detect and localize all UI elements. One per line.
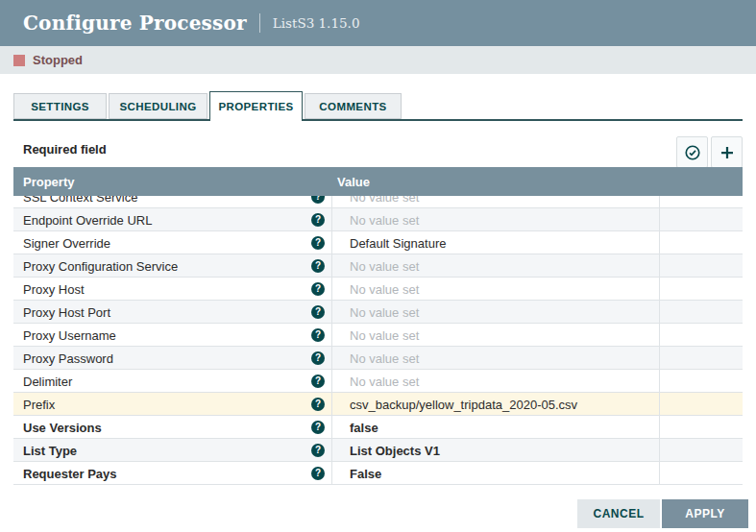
property-name: Use Versions: [23, 421, 102, 435]
dialog-titlebar: Configure Processor ListS3 1.15.0: [0, 0, 756, 46]
tab-scheduling[interactable]: SCHEDULING: [109, 93, 207, 119]
help-icon[interactable]: ?: [311, 351, 325, 365]
row-spacer-cell: [659, 196, 743, 208]
help-icon[interactable]: ?: [311, 259, 325, 273]
row-spacer-cell: [659, 439, 743, 462]
property-cell: Proxy Host Port ?: [13, 301, 331, 324]
value-cell[interactable]: No value set: [331, 370, 659, 393]
apply-button[interactable]: APPLY: [662, 499, 748, 528]
add-property-button[interactable]: [711, 136, 743, 168]
property-cell: Delimiter ?: [13, 370, 331, 393]
property-value: False: [350, 467, 381, 481]
table-row: Endpoint Override URL ? No value set: [13, 208, 743, 231]
property-name: Requester Pays: [23, 467, 117, 481]
property-value: No value set: [350, 196, 419, 205]
property-name: Proxy Configuration Service: [23, 259, 178, 274]
row-spacer-cell: [659, 416, 743, 439]
value-cell[interactable]: False: [331, 462, 659, 485]
value-cell[interactable]: Default Signature: [331, 231, 659, 254]
value-cell[interactable]: No value set: [331, 196, 659, 208]
table-row: Use Versions ? false: [13, 416, 743, 439]
processor-name-version: ListS3 1.15.0: [273, 15, 360, 31]
column-header-property: Property: [13, 175, 331, 189]
status-bar: Stopped: [0, 46, 756, 74]
property-value: No value set: [350, 351, 419, 366]
help-icon[interactable]: ?: [311, 398, 325, 411]
table-row: Signer Override ? Default Signature: [13, 231, 743, 254]
property-cell: Prefix ?: [13, 393, 331, 416]
property-cell: Signer Override ?: [13, 231, 331, 254]
tab-bar: SETTINGS SCHEDULING PROPERTIES COMMENTS: [13, 91, 743, 121]
property-cell: List Type ?: [13, 439, 331, 462]
help-icon[interactable]: ?: [311, 375, 325, 388]
value-cell[interactable]: No value set: [331, 301, 659, 324]
help-icon[interactable]: ?: [311, 421, 325, 434]
property-name: Signer Override: [23, 236, 110, 251]
property-name: List Type: [23, 444, 77, 458]
cancel-button[interactable]: CANCEL: [577, 499, 660, 528]
property-cell: Proxy Password ?: [13, 347, 331, 370]
circle-check-icon: [684, 144, 701, 161]
property-value: No value set: [350, 213, 419, 228]
property-value: false: [350, 421, 378, 435]
help-icon[interactable]: ?: [311, 328, 325, 342]
dialog-title: Configure Processor: [23, 12, 247, 35]
value-cell[interactable]: No value set: [331, 254, 659, 278]
help-icon[interactable]: ?: [311, 213, 325, 227]
property-name: Prefix: [23, 398, 55, 412]
row-spacer-cell: [659, 393, 743, 416]
help-icon[interactable]: ?: [311, 236, 325, 250]
property-name: Proxy Password: [23, 351, 113, 366]
row-spacer-cell: [659, 324, 743, 347]
configure-processor-dialog: Configure Processor ListS3 1.15.0 Stoppe…: [0, 0, 756, 532]
required-field-label: Required field: [23, 142, 107, 157]
help-icon[interactable]: ?: [311, 467, 325, 480]
row-spacer-cell: [659, 278, 743, 301]
value-cell[interactable]: false: [331, 416, 659, 439]
property-cell: Endpoint Override URL ?: [13, 208, 331, 231]
status-label: Stopped: [33, 53, 83, 67]
tab-settings[interactable]: SETTINGS: [13, 93, 107, 119]
table-row: SSL Context Service ? No value set: [13, 196, 743, 208]
property-cell: Proxy Username ?: [13, 324, 331, 347]
help-icon[interactable]: ?: [311, 444, 325, 457]
column-header-value: Value: [331, 175, 659, 189]
property-cell: Proxy Configuration Service ?: [13, 254, 331, 278]
property-cell: Proxy Host ?: [13, 278, 331, 301]
property-name: Proxy Username: [23, 328, 116, 343]
verify-properties-button[interactable]: [676, 136, 708, 168]
tab-comments[interactable]: COMMENTS: [305, 93, 402, 119]
table-row: List Type ? List Objects V1: [13, 439, 743, 462]
property-name: Proxy Host Port: [23, 305, 110, 320]
property-value: No value set: [350, 328, 419, 343]
property-value: No value set: [350, 282, 419, 297]
help-icon[interactable]: ?: [311, 282, 325, 296]
tab-properties[interactable]: PROPERTIES: [209, 91, 303, 121]
property-cell: Use Versions ?: [13, 416, 331, 439]
property-value: List Objects V1: [350, 444, 440, 458]
plus-icon: [719, 144, 736, 161]
row-spacer-cell: [659, 208, 743, 231]
value-cell[interactable]: No value set: [331, 208, 659, 231]
table-row: Proxy Host ? No value set: [13, 278, 743, 301]
help-icon[interactable]: ?: [311, 196, 325, 204]
tab-underline: [13, 119, 743, 121]
table-header: Property Value: [13, 167, 743, 196]
property-name: Delimiter: [23, 375, 72, 389]
help-icon[interactable]: ?: [311, 305, 325, 319]
row-spacer-cell: [659, 462, 743, 485]
value-cell[interactable]: csv_backup/yellow_tripdata_2020-05.csv: [331, 393, 659, 416]
property-name: SSL Context Service: [23, 196, 137, 205]
row-spacer-cell: [659, 254, 743, 278]
value-cell[interactable]: No value set: [331, 347, 659, 370]
property-value: No value set: [350, 259, 419, 274]
property-value: No value set: [350, 305, 419, 320]
title-divider: [259, 13, 260, 33]
table-row: Prefix ? csv_backup/yellow_tripdata_2020…: [13, 393, 743, 416]
value-cell[interactable]: No value set: [331, 324, 659, 347]
value-cell[interactable]: List Objects V1: [331, 439, 659, 462]
property-value: No value set: [350, 375, 419, 389]
row-spacer-cell: [659, 301, 743, 324]
value-cell[interactable]: No value set: [331, 278, 659, 301]
row-spacer-cell: [659, 231, 743, 254]
